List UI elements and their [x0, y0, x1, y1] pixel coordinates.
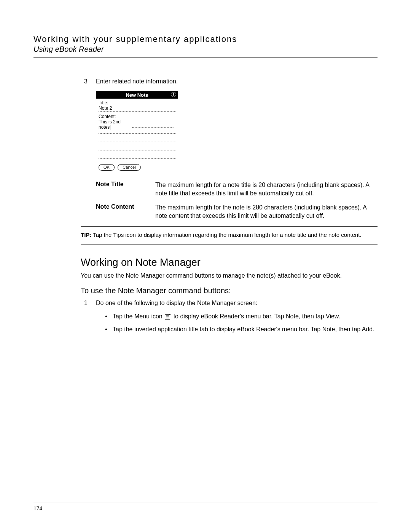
- tip-box: TIP: Tap the Tips icon to display inform…: [81, 226, 378, 244]
- bullet-item: • Tap the Menu icon to: [105, 313, 378, 322]
- tip-label: TIP:: [81, 232, 91, 238]
- def-body: The maximum length for the note is 280 c…: [155, 203, 378, 220]
- page-number: 174: [33, 505, 42, 511]
- ok-button[interactable]: OK: [99, 164, 115, 171]
- tip-text: Tap the Tips icon to display information…: [93, 232, 361, 238]
- content-line[interactable]: [99, 136, 175, 142]
- menu-icon: [165, 314, 171, 322]
- title-input[interactable]: Note 2: [99, 105, 175, 112]
- header-subtitle: Using eBook Reader: [33, 45, 378, 54]
- new-note-title-text: New Note: [126, 92, 148, 98]
- content-line[interactable]: [99, 153, 175, 159]
- bullet-text: Tap the Menu icon to display eBook Reade…: [113, 313, 378, 322]
- definition-note-title: Note Title The maximum length for a note…: [96, 181, 378, 197]
- sub-heading: To use the Note Manager command buttons:: [81, 286, 378, 295]
- title-label: Title:: [99, 100, 175, 105]
- bullet-item: • Tap the inverted application title tab…: [105, 326, 378, 334]
- content-line-remainder: [132, 121, 174, 128]
- content-line[interactable]: [99, 144, 175, 150]
- step-text: Do one of the following to display the N…: [96, 300, 378, 307]
- step-3-row: 3 Enter related note information.: [81, 78, 378, 85]
- def-term: Note Content: [96, 203, 155, 220]
- section-paragraph: You can use the Note Manager command but…: [81, 272, 378, 280]
- bullet-text-part: to display eBook Reader's menu bar. Tap …: [174, 313, 340, 320]
- step-number: 3: [81, 78, 96, 85]
- section-heading: Working on Note Manager: [81, 257, 378, 268]
- bullet-dot-icon: •: [105, 313, 113, 322]
- bullet-text: Tap the inverted application title tab t…: [113, 326, 378, 334]
- def-body: The maximum length for a note title is 2…: [155, 181, 378, 197]
- info-icon[interactable]: i: [171, 92, 176, 97]
- header-title: Working with your supplementary applicat…: [33, 34, 378, 44]
- page-footer: 174: [33, 503, 378, 511]
- new-note-dialog: New Note i Title: Note 2 Content: This i…: [96, 91, 178, 173]
- bullet-text-part: Tap the Menu icon: [113, 313, 164, 320]
- content-input[interactable]: This is 2nd notes: [99, 119, 132, 125]
- step-1-row: 1 Do one of the following to display the…: [81, 300, 378, 307]
- content-label: Content:: [99, 114, 175, 119]
- step-number: 1: [81, 300, 96, 307]
- def-term: Note Title: [96, 181, 155, 197]
- cancel-button[interactable]: Cancel: [118, 164, 140, 171]
- bullet-dot-icon: •: [105, 326, 113, 334]
- new-note-titlebar: New Note i: [96, 91, 178, 99]
- page-header: Working with your supplementary applicat…: [33, 34, 378, 58]
- definition-note-content: Note Content The maximum length for the …: [96, 203, 378, 220]
- step-text: Enter related note information.: [96, 78, 378, 85]
